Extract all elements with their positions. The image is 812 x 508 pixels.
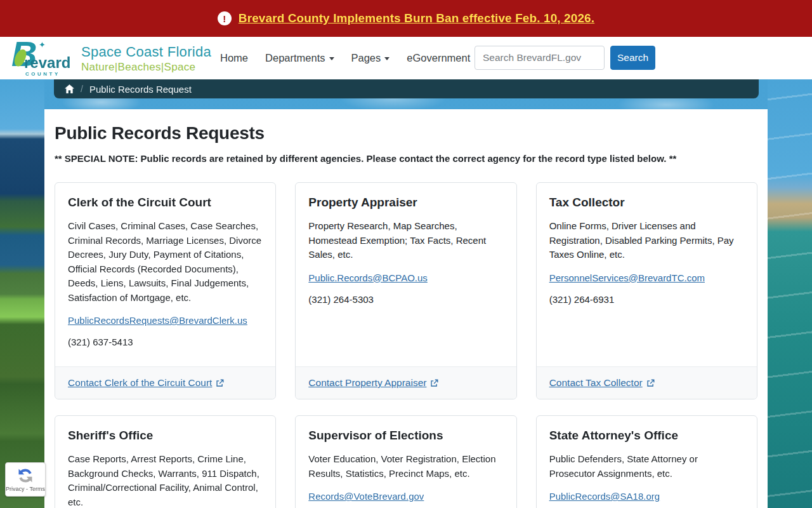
background-photo-coast-left: [0, 79, 44, 508]
search-input[interactable]: [475, 46, 605, 70]
card-description: Online Forms, Driver Licenses and Regist…: [549, 219, 744, 262]
search-button[interactable]: Search: [610, 46, 655, 70]
phone-number: (321) 637-5413: [68, 337, 263, 347]
card-description: Voter Education, Voter Registration, Ele…: [308, 452, 503, 481]
nav-egovernment-label: eGovernment: [407, 52, 470, 64]
card-sheriffs-office: Sheriff's Office Case Reports, Arrest Re…: [55, 415, 276, 508]
contact-clerk-link[interactable]: Contact Clerk of the Circuit Court: [68, 377, 224, 389]
card-body: Tax Collector Online Forms, Driver Licen…: [537, 183, 757, 366]
email-link[interactable]: Records@VoteBrevard.gov: [308, 491, 424, 502]
recaptcha-icon: [16, 467, 34, 485]
chevron-down-icon: [384, 57, 390, 60]
chevron-down-icon: [329, 57, 334, 60]
card-body: Property Appraiser Property Research, Ma…: [296, 183, 516, 366]
card-body: Sheriff's Office Case Reports, Arrest Re…: [55, 416, 275, 508]
card-supervisor-of-elections: Supervisor of Elections Voter Education,…: [295, 415, 516, 508]
external-link-icon: [430, 379, 438, 387]
card-body: Supervisor of Elections Voter Education,…: [296, 416, 516, 508]
background-photo-ocean-right: [768, 79, 812, 508]
email-link[interactable]: PublicRecordsRequests@BrevardClerk.us: [68, 315, 247, 326]
card-title: Tax Collector: [549, 196, 744, 210]
nav-pages-label: Pages: [351, 52, 381, 64]
contact-link-label: Contact Tax Collector: [549, 377, 643, 389]
email-link[interactable]: Public.Records@BCPAO.us: [308, 272, 428, 283]
brevard-county-logo[interactable]: B ✦ revard COUNTY Space Coast Florida Na…: [11, 40, 211, 77]
special-note: ** SPECIAL NOTE: Public records are reta…: [55, 153, 757, 164]
card-description: Civil Cases, Criminal Cases, Case Search…: [68, 219, 263, 305]
breadcrumb-separator: /: [81, 84, 83, 94]
site-header: B ✦ revard COUNTY Space Coast Florida Na…: [0, 37, 812, 79]
logo-tagline-sub: Nature|Beaches|Space: [81, 61, 211, 74]
logo-wordmark: revard: [24, 55, 70, 70]
email-link[interactable]: PublicRecords@SA18.org: [549, 491, 660, 502]
phone-number: (321) 264-6931: [549, 294, 744, 305]
card-footer: Contact Clerk of the Circuit Court: [55, 366, 275, 399]
logo-tagline-title: Space Coast Florida: [81, 44, 211, 60]
card-title: Supervisor of Elections: [308, 429, 503, 443]
brevard-logo-mark-icon: B ✦ revard COUNTY: [11, 40, 47, 77]
contact-link-label: Contact Property Appraiser: [308, 377, 426, 389]
email-link[interactable]: PersonnelServices@BrevardTC.com: [549, 272, 705, 283]
nav-item-home[interactable]: Home: [220, 52, 248, 64]
card-footer: Contact Property Appraiser: [296, 366, 516, 399]
card-title: State Attorney's Office: [549, 429, 744, 443]
card-description: Case Reports, Arrest Reports, Crime Line…: [68, 452, 263, 508]
external-link-icon: [216, 379, 224, 387]
breadcrumb: / Public Records Request: [54, 79, 759, 98]
breadcrumb-current-page: Public Records Request: [89, 84, 192, 95]
page-title: Public Records Requests: [55, 123, 757, 144]
card-description: Property Research, Map Searches, Homeste…: [308, 219, 503, 262]
card-state-attorneys-office: State Attorney's Office Public Defenders…: [536, 415, 757, 508]
card-property-appraiser: Property Appraiser Property Research, Ma…: [295, 182, 516, 399]
nav-home-label: Home: [220, 52, 248, 64]
nav-item-pages[interactable]: Pages: [351, 52, 390, 64]
nav-departments-label: Departments: [265, 52, 325, 64]
contact-link-label: Contact Clerk of the Circuit Court: [68, 377, 212, 389]
home-icon[interactable]: [65, 84, 74, 93]
contact-property-appraiser-link[interactable]: Contact Property Appraiser: [308, 377, 438, 389]
agency-cards-grid: Clerk of the Circuit Court Civil Cases, …: [55, 182, 757, 508]
card-title: Property Appraiser: [308, 196, 503, 210]
logo-tagline: Space Coast Florida Nature|Beaches|Space: [81, 40, 211, 74]
card-body: State Attorney's Office Public Defenders…: [537, 416, 757, 508]
nav-item-departments[interactable]: Departments: [265, 52, 334, 64]
card-footer: Contact Tax Collector: [537, 366, 757, 399]
alert-banner: ! Brevard County Implements Burn Ban eff…: [0, 0, 812, 37]
site-search: Search: [475, 46, 655, 70]
content-panel: Public Records Requests ** SPECIAL NOTE:…: [44, 109, 768, 508]
card-body: Clerk of the Circuit Court Civil Cases, …: [55, 183, 275, 366]
logo-county-text: COUNTY: [25, 71, 60, 77]
card-tax-collector: Tax Collector Online Forms, Driver Licen…: [536, 182, 757, 399]
phone-number: (321) 264-5303: [308, 294, 503, 305]
card-title: Sheriff's Office: [68, 429, 263, 443]
card-clerk-of-circuit-court: Clerk of the Circuit Court Civil Cases, …: [55, 182, 276, 399]
recaptcha-badge[interactable]: Privacy - Terms: [5, 462, 46, 497]
external-link-icon: [646, 379, 655, 387]
nav-item-egovernment[interactable]: eGovernment: [407, 52, 470, 64]
card-title: Clerk of the Circuit Court: [68, 196, 263, 210]
recaptcha-privacy-terms[interactable]: Privacy - Terms: [6, 486, 45, 492]
contact-tax-collector-link[interactable]: Contact Tax Collector: [549, 377, 655, 389]
exclamation-circle-icon: !: [218, 11, 232, 25]
logo-star-icon: ✦: [39, 40, 46, 50]
burn-ban-alert-link[interactable]: Brevard County Implements Burn Ban effec…: [239, 11, 594, 25]
card-description: Public Defenders, State Attorney or Pros…: [549, 452, 744, 481]
